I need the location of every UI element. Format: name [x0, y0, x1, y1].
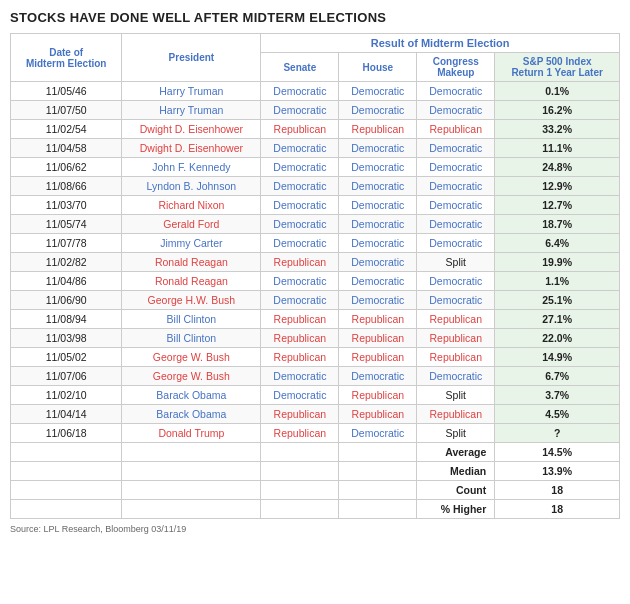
summary-empty-cell: [11, 481, 122, 500]
table-cell: Democratic: [261, 158, 339, 177]
table-cell: Democratic: [339, 196, 417, 215]
table-row: 11/02/10Barack ObamaDemocraticRepublican…: [11, 386, 620, 405]
table-cell: Democratic: [417, 272, 495, 291]
table-cell: Lyndon B. Johnson: [122, 177, 261, 196]
summary-row: Count18: [11, 481, 620, 500]
summary-empty-cell: [339, 481, 417, 500]
table-row: 11/08/66Lyndon B. JohnsonDemocraticDemoc…: [11, 177, 620, 196]
table-cell: Republican: [261, 424, 339, 443]
table-cell: Harry Truman: [122, 101, 261, 120]
table-row: 11/06/90George H.W. BushDemocraticDemocr…: [11, 291, 620, 310]
table-cell: 11/02/82: [11, 253, 122, 272]
summary-empty-cell: Average: [417, 443, 495, 462]
table-cell: Democratic: [417, 139, 495, 158]
table-cell: 33.2%: [495, 120, 620, 139]
table-cell: 1.1%: [495, 272, 620, 291]
summary-empty-cell: [122, 481, 261, 500]
col-sp500-header: S&P 500 Index Return 1 Year Later: [495, 53, 620, 82]
table-cell: 0.1%: [495, 82, 620, 101]
table-cell: Republican: [417, 405, 495, 424]
table-cell: 11/02/54: [11, 120, 122, 139]
table-cell: Democratic: [339, 253, 417, 272]
result-group-header: Result of Midterm Election: [261, 34, 620, 53]
summary-value-cell: 14.5%: [495, 443, 620, 462]
table-row: 11/04/58Dwight D. EisenhowerDemocraticDe…: [11, 139, 620, 158]
table-row: 11/02/54Dwight D. EisenhowerRepublicanRe…: [11, 120, 620, 139]
table-cell: Democratic: [417, 234, 495, 253]
table-cell: 11/06/62: [11, 158, 122, 177]
col-senate-header: Senate: [261, 53, 339, 82]
table-cell: Republican: [339, 120, 417, 139]
summary-empty-cell: [339, 462, 417, 481]
table-cell: Democratic: [417, 196, 495, 215]
table-cell: Democratic: [339, 177, 417, 196]
table-cell: 11/05/74: [11, 215, 122, 234]
table-cell: Democratic: [417, 367, 495, 386]
table-cell: Democratic: [339, 158, 417, 177]
table-cell: Dwight D. Eisenhower: [122, 120, 261, 139]
table-cell: 11/08/94: [11, 310, 122, 329]
table-cell: 11/04/86: [11, 272, 122, 291]
table-row: 11/05/02George W. BushRepublicanRepublic…: [11, 348, 620, 367]
table-cell: 24.8%: [495, 158, 620, 177]
table-cell: Democratic: [339, 424, 417, 443]
table-cell: 11/06/90: [11, 291, 122, 310]
col-president-header: President: [122, 34, 261, 82]
table-row: 11/07/50Harry TrumanDemocraticDemocratic…: [11, 101, 620, 120]
table-cell: 18.7%: [495, 215, 620, 234]
table-cell: Richard Nixon: [122, 196, 261, 215]
table-cell: Bill Clinton: [122, 310, 261, 329]
table-row: 11/07/78Jimmy CarterDemocraticDemocratic…: [11, 234, 620, 253]
summary-empty-cell: [261, 462, 339, 481]
data-table: Date of Midterm Election President Resul…: [10, 33, 620, 519]
table-row: 11/03/98Bill ClintonRepublicanRepublican…: [11, 329, 620, 348]
table-cell: Democratic: [261, 101, 339, 120]
table-cell: 11/04/14: [11, 405, 122, 424]
main-title: STOCKS HAVE DONE WELL AFTER MIDTERM ELEC…: [10, 10, 620, 25]
table-cell: Republican: [417, 329, 495, 348]
table-cell: Democratic: [339, 139, 417, 158]
table-row: 11/08/94Bill ClintonRepublicanRepublican…: [11, 310, 620, 329]
col-date-header: Date of Midterm Election: [11, 34, 122, 82]
table-cell: George H.W. Bush: [122, 291, 261, 310]
table-cell: Republican: [339, 386, 417, 405]
table-cell: 11/07/06: [11, 367, 122, 386]
table-cell: Democratic: [339, 101, 417, 120]
summary-empty-cell: [261, 500, 339, 519]
table-cell: Democratic: [339, 215, 417, 234]
table-cell: Split: [417, 253, 495, 272]
table-cell: Republican: [417, 310, 495, 329]
table-row: 11/05/74Gerald FordDemocraticDemocraticD…: [11, 215, 620, 234]
table-cell: Republican: [339, 310, 417, 329]
table-cell: Barack Obama: [122, 386, 261, 405]
table-cell: George W. Bush: [122, 367, 261, 386]
table-cell: Republican: [261, 348, 339, 367]
col-house-header: House: [339, 53, 417, 82]
table-cell: Republican: [261, 405, 339, 424]
summary-empty-cell: [339, 500, 417, 519]
table-cell: Republican: [417, 348, 495, 367]
table-cell: ?: [495, 424, 620, 443]
table-cell: Republican: [261, 120, 339, 139]
table-cell: Split: [417, 424, 495, 443]
summary-value-cell: 18: [495, 481, 620, 500]
table-cell: 25.1%: [495, 291, 620, 310]
table-row: 11/06/18Donald TrumpRepublicanDemocratic…: [11, 424, 620, 443]
table-cell: John F. Kennedy: [122, 158, 261, 177]
table-cell: Republican: [339, 348, 417, 367]
table-row: 11/04/14Barack ObamaRepublicanRepublican…: [11, 405, 620, 424]
table-cell: Split: [417, 386, 495, 405]
table-cell: Democratic: [339, 82, 417, 101]
table-row: 11/06/62John F. KennedyDemocraticDemocra…: [11, 158, 620, 177]
table-cell: Democratic: [261, 177, 339, 196]
summary-empty-cell: [122, 462, 261, 481]
table-cell: Democratic: [261, 82, 339, 101]
summary-row: % Higher18: [11, 500, 620, 519]
table-cell: Republican: [261, 310, 339, 329]
table-cell: 11/03/98: [11, 329, 122, 348]
table-cell: Jimmy Carter: [122, 234, 261, 253]
table-cell: 11/05/46: [11, 82, 122, 101]
table-cell: Bill Clinton: [122, 329, 261, 348]
table-cell: George W. Bush: [122, 348, 261, 367]
table-cell: Republican: [339, 405, 417, 424]
